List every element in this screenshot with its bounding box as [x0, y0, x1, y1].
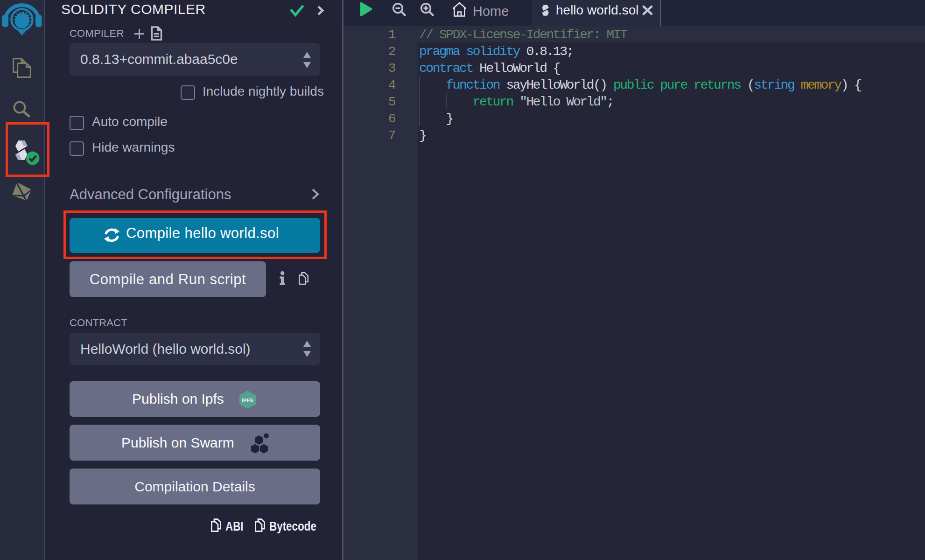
svg-text:IPFS: IPFS: [242, 398, 253, 403]
